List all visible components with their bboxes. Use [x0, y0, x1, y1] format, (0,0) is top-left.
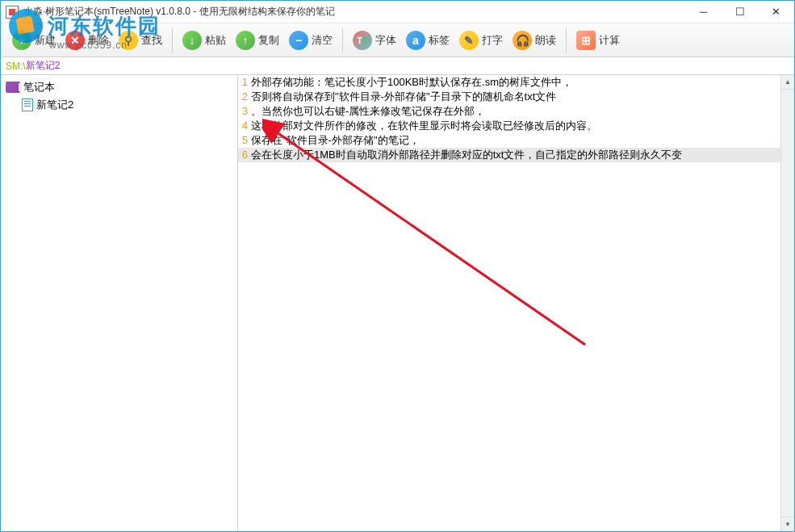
- separator: [566, 28, 567, 52]
- svg-line-1: [274, 131, 585, 345]
- line-number: 4: [238, 119, 251, 133]
- editor-line[interactable]: 3。当然你也可以右键-属性来修改笔记保存在外部，: [238, 104, 794, 119]
- breadcrumb-prefix: SM:\: [6, 61, 26, 72]
- font-label: 字体: [375, 33, 396, 48]
- up-arrow-icon: ↑: [236, 31, 255, 50]
- tag-button[interactable]: a 标签: [401, 27, 454, 53]
- line-text: 外部存储功能：笔记长度小于100KB时默认保存在.sm的树库文件中，: [251, 75, 572, 90]
- vertical-scrollbar[interactable]: [780, 75, 794, 531]
- line-text: 保存在"软件目录-外部存储"的笔记，: [251, 133, 420, 148]
- paste-button[interactable]: ↓ 粘贴: [178, 27, 231, 53]
- plus-icon: +: [12, 31, 31, 50]
- line-number: 5: [238, 133, 251, 148]
- down-arrow-icon: ↓: [182, 31, 202, 50]
- new-button[interactable]: + 新建: [7, 27, 61, 53]
- headphone-icon: 🎧: [513, 31, 532, 50]
- find-button[interactable]: ⚲ 查找: [114, 27, 167, 53]
- tag-label: 标签: [429, 33, 450, 48]
- maximize-button[interactable]: ☐: [722, 1, 758, 23]
- window-title: 水淼·树形笔记本(smTreeNote) v1.0.8.0 - 使用无限树结构来…: [23, 5, 685, 19]
- find-label: 查找: [141, 33, 162, 48]
- editor-line[interactable]: 1外部存储功能：笔记长度小于100KB时默认保存在.sm的树库文件中，: [238, 75, 794, 90]
- pencil-icon: ✎: [459, 31, 479, 50]
- line-number: 2: [238, 90, 251, 104]
- search-icon: ⚲: [119, 31, 138, 50]
- line-number: 3: [238, 104, 251, 119]
- close-button[interactable]: ✕: [758, 1, 794, 23]
- font-icon: TT: [353, 31, 372, 50]
- separator: [172, 28, 173, 52]
- calculator-icon: ⊞: [576, 31, 596, 50]
- tree-panel[interactable]: 笔记本 新笔记2: [1, 75, 238, 531]
- line-number: 6: [238, 148, 251, 162]
- toolbar: + 新建 ✕ 删除 ⚲ 查找 ↓ 粘贴 ↑ 复制 − 清空 TT 字体: [1, 23, 794, 57]
- minimize-button[interactable]: ─: [685, 1, 722, 23]
- note-icon: [22, 98, 33, 111]
- read-button[interactable]: 🎧 朗读: [508, 27, 561, 53]
- tag-icon: a: [406, 31, 425, 50]
- app-icon: [6, 6, 19, 19]
- clear-button[interactable]: − 清空: [284, 27, 337, 53]
- editor-line[interactable]: 2否则将自动保存到"软件目录-外部存储"子目录下的随机命名txt文件: [238, 90, 794, 104]
- type-button[interactable]: ✎ 打字: [454, 27, 508, 53]
- delete-icon: ✕: [65, 31, 85, 50]
- editor-line[interactable]: 6会在长度小于1MB时自动取消外部路径并删除对应的txt文件，自己指定的外部路径…: [238, 148, 794, 162]
- clear-label: 清空: [312, 33, 333, 48]
- tree-item[interactable]: 新笔记2: [6, 96, 232, 114]
- line-number: 1: [238, 75, 251, 90]
- font-button[interactable]: TT 字体: [348, 27, 401, 53]
- copy-label: 复制: [258, 33, 279, 48]
- editor-panel[interactable]: 1外部存储功能：笔记长度小于100KB时默认保存在.sm的树库文件中，2否则将自…: [238, 75, 794, 531]
- breadcrumb: SM:\ 新笔记2: [1, 57, 794, 75]
- new-label: 新建: [35, 33, 56, 48]
- tree-item-label: 新笔记2: [36, 98, 73, 112]
- delete-button[interactable]: ✕ 删除: [61, 27, 114, 53]
- calc-label: 计算: [599, 33, 620, 48]
- line-text: 这样外部对文件所作的修改，在软件里显示时将会读取已经修改后的内容。: [251, 119, 597, 133]
- paste-label: 粘贴: [205, 33, 226, 48]
- notebook-icon: [6, 82, 20, 93]
- breadcrumb-path: 新笔记2: [26, 59, 61, 73]
- type-label: 打字: [482, 33, 503, 48]
- line-text: 。当然你也可以右键-属性来修改笔记保存在外部，: [251, 104, 485, 119]
- calc-button[interactable]: ⊞ 计算: [571, 27, 625, 53]
- tree-root-label: 笔记本: [23, 80, 55, 94]
- read-label: 朗读: [535, 33, 556, 48]
- separator: [342, 28, 343, 52]
- main-content: 笔记本 新笔记2 1外部存储功能：笔记长度小于100KB时默认保存在.sm的树库…: [1, 75, 794, 531]
- tree-root[interactable]: 笔记本: [6, 78, 232, 96]
- copy-button[interactable]: ↑ 复制: [231, 27, 284, 53]
- line-text: 会在长度小于1MB时自动取消外部路径并删除对应的txt文件，自己指定的外部路径则…: [251, 148, 682, 162]
- minus-icon: −: [289, 31, 308, 50]
- titlebar: 水淼·树形笔记本(smTreeNote) v1.0.8.0 - 使用无限树结构来…: [1, 1, 794, 23]
- line-text: 否则将自动保存到"软件目录-外部存储"子目录下的随机命名txt文件: [251, 90, 556, 104]
- editor-line[interactable]: 4这样外部对文件所作的修改，在软件里显示时将会读取已经修改后的内容。: [238, 119, 794, 133]
- delete-label: 删除: [88, 33, 109, 48]
- editor-line[interactable]: 5保存在"软件目录-外部存储"的笔记，: [238, 133, 794, 148]
- window-controls: ─ ☐ ✕: [685, 1, 794, 23]
